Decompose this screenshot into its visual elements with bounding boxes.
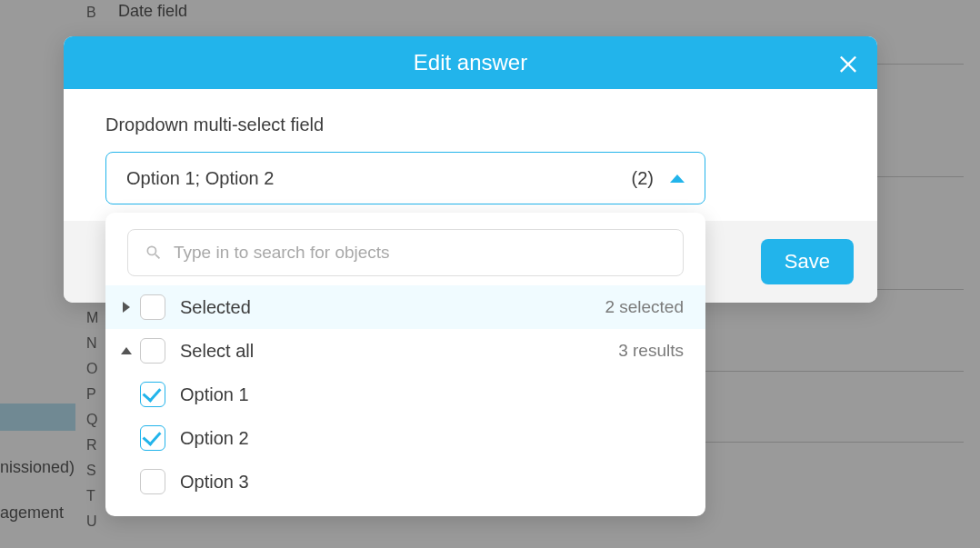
selected-group-meta: 2 selected	[605, 297, 684, 317]
select-all-label: Select all	[180, 341, 618, 362]
option-checkbox[interactable]	[140, 425, 165, 451]
modal-body: Dropdown multi-select field Option 1; Op…	[64, 89, 877, 204]
results-count: 3 results	[618, 341, 684, 361]
option-label: Option 1	[180, 384, 684, 405]
select-all-row[interactable]: Select all 3 results	[105, 329, 705, 373]
close-icon[interactable]	[835, 50, 861, 75]
select-all-checkbox[interactable]	[140, 338, 165, 364]
multiselect-value: Option 1; Option 2	[126, 168, 632, 189]
field-label: Dropdown multi-select field	[105, 115, 835, 135]
chevron-right-icon	[118, 302, 135, 313]
multiselect-field[interactable]: Option 1; Option 2 (2)	[105, 152, 705, 204]
multiselect-count: (2)	[632, 168, 654, 189]
option-row[interactable]: Option 1	[105, 373, 705, 416]
search-input[interactable]	[174, 243, 666, 263]
search-field[interactable]	[127, 229, 684, 276]
selected-group-row[interactable]: Selected 2 selected	[105, 285, 705, 329]
modal-title: Edit answer	[414, 50, 527, 75]
modal-header: Edit answer	[64, 36, 877, 89]
option-checkbox[interactable]	[140, 382, 165, 407]
option-row[interactable]: Option 3	[105, 460, 705, 503]
search-wrap	[105, 229, 705, 285]
option-checkbox[interactable]	[140, 469, 165, 494]
chevron-up-icon	[118, 347, 135, 354]
save-button[interactable]: Save	[761, 239, 854, 284]
caret-up-icon	[670, 174, 685, 183]
option-label: Option 3	[180, 472, 684, 493]
selected-group-checkbox[interactable]	[140, 294, 165, 320]
option-label: Option 2	[180, 428, 684, 449]
selected-group-label: Selected	[180, 297, 605, 318]
option-row[interactable]: Option 2	[105, 416, 705, 460]
search-icon	[145, 244, 163, 262]
multiselect-dropdown: Selected 2 selected Select all 3 results…	[105, 213, 705, 516]
